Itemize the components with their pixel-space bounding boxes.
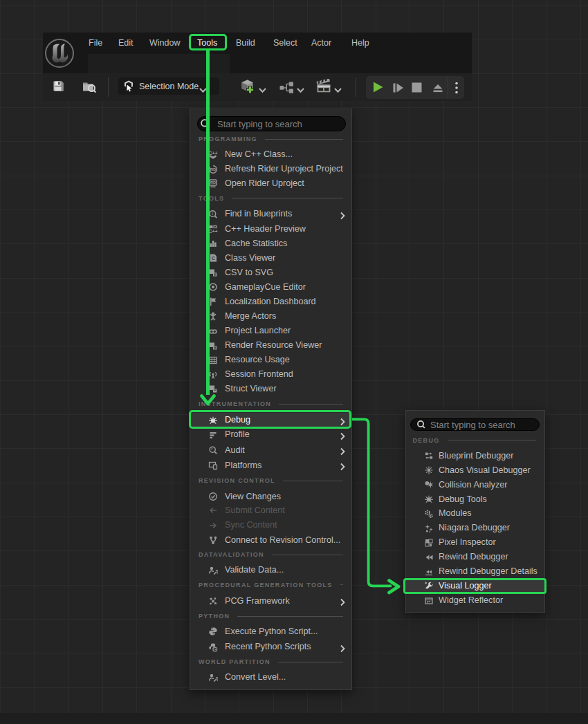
svg-text:RD: RD xyxy=(210,181,216,185)
svg-text:C++: C++ xyxy=(208,229,217,234)
svg-text:RD: RD xyxy=(210,167,217,171)
svg-text:C: C xyxy=(212,256,215,261)
svg-text:f: f xyxy=(212,211,214,216)
svg-text:C++: C++ xyxy=(208,150,217,155)
